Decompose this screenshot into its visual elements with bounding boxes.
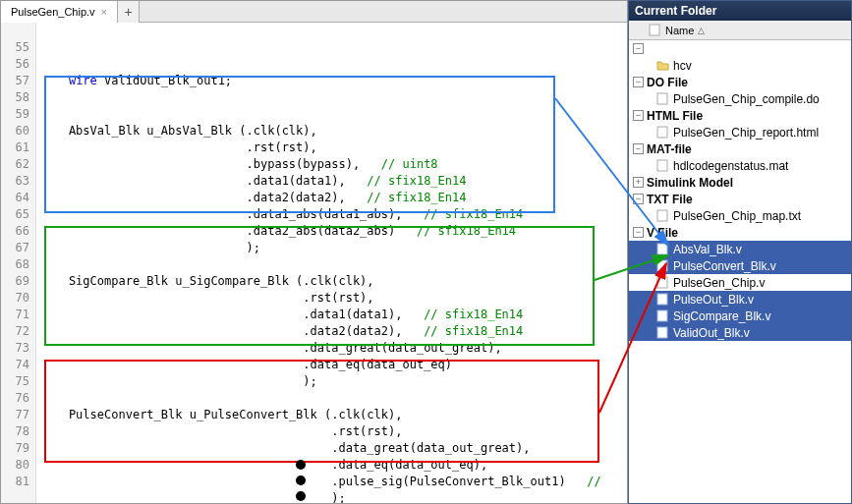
code-line[interactable]: ); xyxy=(40,490,627,503)
code-line[interactable]: .rst(rst), xyxy=(40,290,627,307)
line-number: 80 xyxy=(1,457,29,474)
svg-rect-9 xyxy=(657,310,667,321)
tab-label: PulseGen_Chip.v xyxy=(11,6,95,18)
line-number: 64 xyxy=(1,190,29,206)
collapse-icon[interactable]: − xyxy=(633,77,644,87)
code-line[interactable]: .data1_abs(data1_abs), // sfix18_En14 xyxy=(40,206,627,223)
gutter: 5556575859606162636465666768697071727374… xyxy=(1,23,36,503)
tree-file[interactable]: PulseGen_Chip_compile.do xyxy=(629,90,851,107)
code-line[interactable] xyxy=(40,56,627,73)
file-icon xyxy=(656,243,669,255)
tree-group[interactable]: −TXT File xyxy=(629,191,851,207)
tree-file[interactable]: hcv xyxy=(629,57,851,74)
code-line[interactable] xyxy=(40,89,627,106)
code-line[interactable]: .rst(rst), xyxy=(40,423,627,440)
close-icon[interactable]: × xyxy=(101,6,107,18)
line-number: 59 xyxy=(1,106,29,123)
file-tree: −hcv−DO FilePulseGen_Chip_compile.do−HTM… xyxy=(629,40,851,503)
code-line[interactable] xyxy=(40,256,627,273)
expand-icon[interactable]: + xyxy=(633,177,644,188)
collapse-icon[interactable]: − xyxy=(633,194,644,204)
collapse-icon[interactable]: − xyxy=(633,143,644,154)
line-number: 71 xyxy=(1,307,29,323)
svg-rect-5 xyxy=(657,244,667,254)
collapse-icon[interactable]: − xyxy=(633,110,644,121)
file-icon xyxy=(656,159,669,172)
code-line[interactable]: .data1(data1), // sfix18_En14 xyxy=(40,307,627,323)
file-label: hcv xyxy=(673,59,692,73)
code-text[interactable]: wire ValidOut_Blk_out1; AbsVal_Blk u_Abs… xyxy=(36,23,627,503)
group-label: HTML File xyxy=(647,109,703,123)
tree-file[interactable]: PulseGen_Chip.v xyxy=(629,274,851,291)
collapse-icon[interactable]: − xyxy=(633,227,644,238)
line-number: 67 xyxy=(1,240,29,256)
line-number: 58 xyxy=(1,89,29,106)
tree-group[interactable]: −DO File xyxy=(629,74,851,90)
code-line[interactable]: .pulse_sig(PulseConvert_Blk_out1) // xyxy=(40,474,627,490)
tab-active[interactable]: PulseGen_Chip.v × xyxy=(1,1,118,23)
tree-file[interactable]: AbsVal_Blk.v xyxy=(629,241,851,257)
tab-bar: PulseGen_Chip.v × + xyxy=(1,1,627,23)
group-label: DO File xyxy=(647,76,688,89)
svg-rect-4 xyxy=(657,210,667,221)
tree-file[interactable]: SigCompare_Blk.v xyxy=(629,308,851,324)
code-line[interactable]: .data_great(data_out_great), xyxy=(40,340,627,357)
code-line[interactable]: .data_great(data_out_great), xyxy=(40,440,627,457)
code-line[interactable] xyxy=(40,106,627,123)
tree-group[interactable]: −MAT-file xyxy=(629,140,851,157)
tree-file[interactable]: PulseConvert_Blk.v xyxy=(629,257,851,274)
tree-file[interactable]: PulseOut_Blk.v xyxy=(629,291,851,308)
line-number: 74 xyxy=(1,357,29,373)
file-icon xyxy=(656,276,669,289)
line-number: 70 xyxy=(1,290,29,307)
group-label: Simulink Model xyxy=(647,176,733,190)
code-line[interactable]: .data1(data1), // sfix18_En14 xyxy=(40,173,627,190)
svg-rect-2 xyxy=(657,127,667,138)
tree-group[interactable]: − xyxy=(629,40,851,57)
code-line[interactable]: .data2_abs(data2_abs) // sfix18_En14 xyxy=(40,223,627,240)
file-icon xyxy=(656,259,669,272)
code-line[interactable]: .rst(rst), xyxy=(40,140,627,156)
line-number: 73 xyxy=(1,340,29,357)
tree-group[interactable]: +Simulink Model xyxy=(629,174,851,191)
editor-pane: PulseGen_Chip.v × + 55565758596061626364… xyxy=(0,0,628,504)
plus-icon: + xyxy=(124,4,132,20)
line-number: 63 xyxy=(1,173,29,190)
line-number: 55 xyxy=(1,39,29,56)
add-tab-button[interactable]: + xyxy=(118,1,140,23)
code-line[interactable]: PulseConvert_Blk u_PulseConvert_Blk (.cl… xyxy=(40,407,627,423)
line-number: 56 xyxy=(1,56,29,73)
column-header[interactable]: Name △ xyxy=(629,21,851,40)
code-line[interactable]: .data2(data2), // sfix18_En14 xyxy=(40,323,627,340)
file-label: AbsVal_Blk.v xyxy=(673,243,742,256)
code-line[interactable]: SigCompare_Blk u_SigCompare_Blk (.clk(cl… xyxy=(40,273,627,290)
code-line[interactable]: .data_eq(data_out_eq) xyxy=(40,357,627,373)
collapse-icon[interactable]: − xyxy=(633,43,644,54)
line-number: 60 xyxy=(1,123,29,140)
code-line[interactable]: .bypass(bypass), // uint8 xyxy=(40,156,627,173)
group-label: TXT File xyxy=(647,193,693,206)
code-line[interactable]: AbsVal_Blk u_AbsVal_Blk (.clk(clk), xyxy=(40,123,627,140)
line-number: 75 xyxy=(1,373,29,390)
svg-rect-0 xyxy=(650,25,659,35)
column-name-label: Name xyxy=(665,25,694,36)
svg-rect-10 xyxy=(657,327,667,338)
code-line[interactable]: wire ValidOut_Blk_out1; xyxy=(40,73,627,89)
tree-file[interactable]: PulseGen_Chip_report.html xyxy=(629,124,851,140)
code-line[interactable] xyxy=(40,390,627,407)
svg-rect-3 xyxy=(657,160,667,171)
tree-group[interactable]: −V File xyxy=(629,224,851,241)
folder-header: Current Folder xyxy=(629,1,851,21)
tree-group[interactable]: −HTML File xyxy=(629,107,851,124)
svg-rect-1 xyxy=(657,93,667,104)
line-number: 62 xyxy=(1,156,29,173)
code-line[interactable]: .data2(data2), // sfix18_En14 xyxy=(40,190,627,206)
code-line[interactable]: .data_eq(data_out_eq), xyxy=(40,457,627,474)
tree-file[interactable]: PulseGen_Chip_map.txt xyxy=(629,207,851,224)
tree-file[interactable]: ValidOut_Blk.v xyxy=(629,324,851,341)
file-icon xyxy=(656,92,669,105)
code-area[interactable]: 5556575859606162636465666768697071727374… xyxy=(1,23,627,503)
code-line[interactable]: ); xyxy=(40,373,627,390)
tree-file[interactable]: hdlcodegenstatus.mat xyxy=(629,157,851,174)
code-line[interactable]: ); xyxy=(40,240,627,256)
